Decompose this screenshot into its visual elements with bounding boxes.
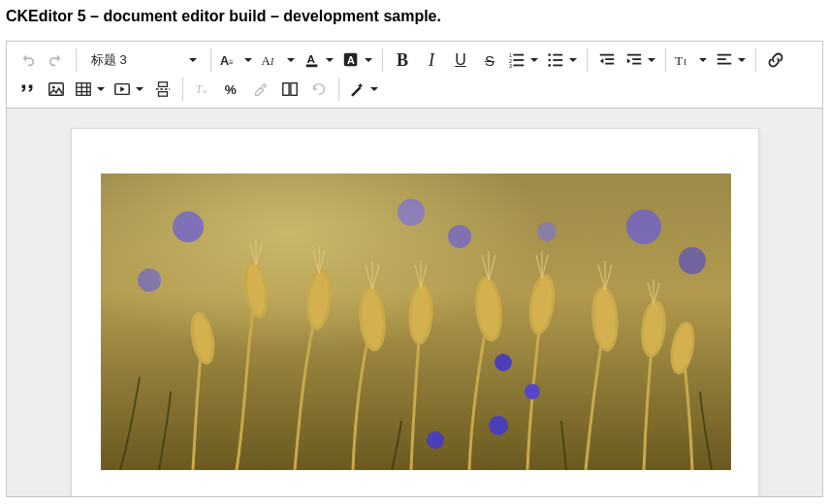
separator [182, 78, 183, 101]
chevron-down-icon [698, 55, 708, 65]
font-family-button[interactable]: AI [257, 46, 300, 75]
svg-rect-20 [600, 54, 614, 56]
chevron-down-icon [364, 55, 373, 65]
font-size-icon: A≡ [220, 51, 239, 69]
italic-icon: I [429, 50, 434, 71]
font-background-button[interactable]: A [338, 46, 377, 75]
font-background-icon: A [342, 51, 360, 69]
separator [755, 48, 756, 72]
strikethrough-button[interactable]: S [475, 46, 504, 75]
svg-point-63 [525, 384, 540, 399]
svg-point-48 [679, 247, 706, 274]
indent-button[interactable] [622, 46, 660, 75]
svg-rect-36 [159, 92, 168, 97]
underline-icon: U [455, 51, 466, 69]
remove-format-button[interactable]: T× [188, 75, 217, 104]
link-icon [767, 51, 784, 69]
special-characters-button[interactable]: % [217, 75, 246, 104]
svg-rect-13 [513, 65, 524, 67]
svg-text:I: I [270, 56, 274, 67]
blockquote-icon [18, 80, 36, 98]
insert-media-button[interactable] [110, 75, 148, 104]
columns-icon [281, 80, 299, 98]
blockquote-button[interactable] [13, 75, 42, 104]
svg-rect-5 [306, 65, 318, 68]
svg-rect-30 [717, 63, 731, 65]
font-color-button[interactable]: A [300, 46, 338, 75]
page-break-icon [154, 80, 172, 98]
table-icon [75, 80, 92, 98]
marker-icon [252, 80, 270, 98]
svg-rect-21 [605, 58, 614, 60]
line-height-button[interactable]: TI [671, 46, 712, 75]
numbered-list-button[interactable]: 123 [504, 46, 543, 75]
font-size-button[interactable]: A≡ [216, 46, 257, 75]
heading-dropdown[interactable]: 标题 3 [81, 46, 206, 75]
image-icon [48, 80, 65, 98]
svg-rect-40 [283, 83, 289, 96]
separator [338, 78, 339, 101]
svg-point-50 [537, 222, 557, 241]
font-color-icon: A [303, 51, 321, 69]
svg-point-61 [494, 354, 512, 371]
svg-text:×: × [203, 87, 207, 96]
page-title: CKEditor 5 – document editor build – dev… [6, 8, 823, 25]
insert-table-button[interactable] [71, 75, 110, 104]
revert-button[interactable] [304, 75, 334, 104]
svg-point-62 [489, 416, 508, 435]
chevron-down-icon [737, 55, 747, 65]
svg-point-46 [448, 225, 471, 248]
svg-rect-17 [553, 59, 562, 61]
svg-text:A: A [347, 54, 355, 66]
remove-format-icon: T× [194, 80, 211, 98]
content-image[interactable] [101, 173, 731, 470]
undo-button[interactable] [13, 46, 42, 75]
bold-button[interactable]: B [388, 46, 417, 75]
undo-icon [18, 51, 36, 69]
chevron-down-icon [286, 55, 296, 65]
heading-label: 标题 3 [91, 51, 127, 69]
svg-rect-35 [159, 82, 168, 87]
page-break-button[interactable] [148, 75, 177, 104]
italic-button[interactable]: I [417, 46, 446, 75]
magic-button[interactable] [344, 75, 383, 104]
outdent-button[interactable] [592, 46, 622, 75]
chevron-down-icon [325, 55, 335, 65]
bulleted-list-button[interactable] [543, 46, 582, 75]
separator [382, 48, 383, 72]
editor-frame: 标题 3 A≡ AI A A B I U S 123 [6, 41, 823, 497]
alignment-button[interactable] [712, 46, 750, 75]
svg-text:I: I [684, 57, 686, 67]
svg-point-32 [52, 86, 55, 89]
document-page[interactable] [71, 128, 759, 496]
redo-button[interactable] [42, 46, 71, 75]
insert-image-button[interactable] [42, 75, 71, 104]
svg-point-49 [138, 268, 161, 292]
svg-rect-15 [553, 54, 562, 56]
svg-point-14 [548, 53, 551, 56]
chevron-down-icon [647, 55, 656, 65]
svg-text:3: 3 [509, 63, 512, 69]
svg-text:A: A [261, 53, 271, 68]
svg-rect-33 [77, 83, 90, 96]
svg-rect-29 [717, 58, 726, 60]
svg-rect-22 [605, 63, 614, 65]
font-family-icon: AI [261, 51, 282, 69]
underline-button[interactable]: U [446, 46, 475, 75]
toolbar: 标题 3 A≡ AI A A B I U S 123 [7, 42, 822, 109]
svg-text:A: A [220, 54, 229, 68]
svg-point-47 [626, 209, 661, 244]
document-scroll-area[interactable] [7, 109, 822, 496]
highlight-button[interactable] [246, 75, 275, 104]
svg-point-16 [548, 59, 551, 62]
svg-text:≡: ≡ [229, 58, 234, 67]
svg-text:A: A [307, 52, 316, 65]
svg-rect-23 [627, 54, 641, 56]
svg-text:T: T [675, 53, 684, 68]
link-button[interactable] [761, 46, 790, 75]
svg-rect-28 [717, 54, 731, 56]
separator [76, 48, 77, 72]
svg-rect-9 [513, 54, 524, 56]
columns-button[interactable] [275, 75, 304, 104]
chevron-down-icon [529, 55, 539, 65]
